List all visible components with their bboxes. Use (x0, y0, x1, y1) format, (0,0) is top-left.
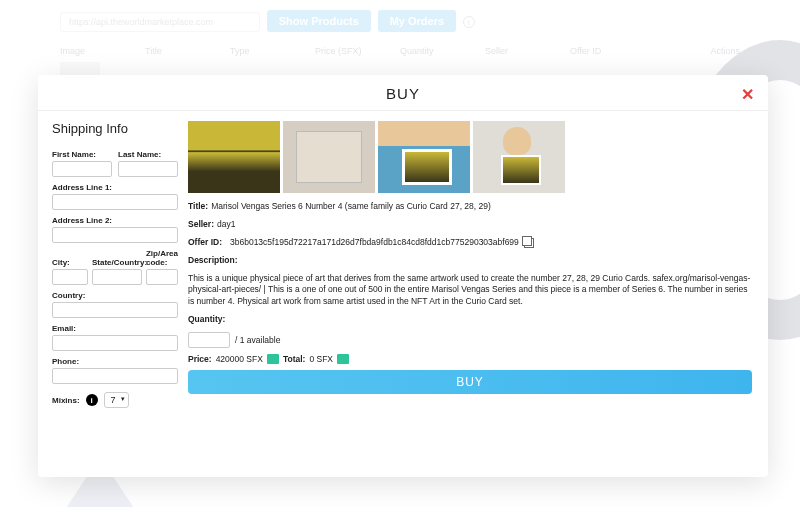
state-label: State/Country: (92, 258, 142, 267)
product-detail: Title:Marisol Vengas Series 6 Number 4 (… (178, 111, 768, 477)
email-label: Email: (52, 324, 178, 333)
first-name-input[interactable] (52, 161, 112, 177)
total-label: Total: (283, 354, 306, 364)
info-icon[interactable]: i (86, 394, 98, 406)
price-label: Price: (188, 354, 212, 364)
sfx-icon (337, 354, 349, 364)
buy-modal: BUY ✕ Shipping Info First Name: Last Nam… (38, 75, 768, 477)
modal-title: BUY (38, 85, 768, 102)
product-images (188, 121, 752, 193)
mixins-select[interactable]: 7 (104, 392, 129, 408)
product-image-3[interactable] (378, 121, 470, 193)
zip-input[interactable] (146, 269, 178, 285)
product-image-1[interactable] (188, 121, 280, 193)
city-label: City: (52, 258, 88, 267)
shipping-heading: Shipping Info (52, 121, 178, 136)
total-value: 0 SFX (309, 354, 333, 364)
country-input[interactable] (52, 302, 178, 318)
available-text: / 1 available (235, 335, 280, 345)
price-value: 420000 SFX (216, 354, 263, 364)
addr1-label: Address Line 1: (52, 183, 178, 192)
addr1-input[interactable] (52, 194, 178, 210)
seller-value: day1 (217, 219, 235, 229)
mixins-label: Mixins: (52, 396, 80, 405)
qty-label: Quantity: (188, 314, 225, 324)
sfx-icon (267, 354, 279, 364)
country-label: Country: (52, 291, 178, 300)
state-input[interactable] (92, 269, 142, 285)
first-name-label: First Name: (52, 150, 112, 159)
last-name-input[interactable] (118, 161, 178, 177)
product-image-2[interactable] (283, 121, 375, 193)
phone-label: Phone: (52, 357, 178, 366)
last-name-label: Last Name: (118, 150, 178, 159)
email-input[interactable] (52, 335, 178, 351)
product-image-4[interactable] (473, 121, 565, 193)
product-title: Marisol Vengas Series 6 Number 4 (same f… (211, 201, 491, 211)
description-text: This is a unique physical piece of art t… (188, 273, 752, 309)
copy-icon[interactable] (524, 238, 534, 248)
title-label: Title: (188, 201, 208, 211)
city-input[interactable] (52, 269, 88, 285)
addr2-input[interactable] (52, 227, 178, 243)
modal-header: BUY ✕ (38, 75, 768, 111)
shipping-form: Shipping Info First Name: Last Name: Add… (38, 111, 178, 477)
close-icon[interactable]: ✕ (741, 85, 754, 104)
offer-label: Offer ID: (188, 237, 222, 249)
offer-id-value: 3b6b013c5f195d72217a171d26d7fbda9fdb1c84… (230, 237, 519, 249)
zip-label: Zip/Area code: (146, 249, 178, 267)
seller-label: Seller: (188, 219, 214, 229)
quantity-input[interactable] (188, 332, 230, 348)
buy-button[interactable]: BUY (188, 370, 752, 394)
desc-label: Description: (188, 255, 238, 265)
phone-input[interactable] (52, 368, 178, 384)
addr2-label: Address Line 2: (52, 216, 178, 225)
